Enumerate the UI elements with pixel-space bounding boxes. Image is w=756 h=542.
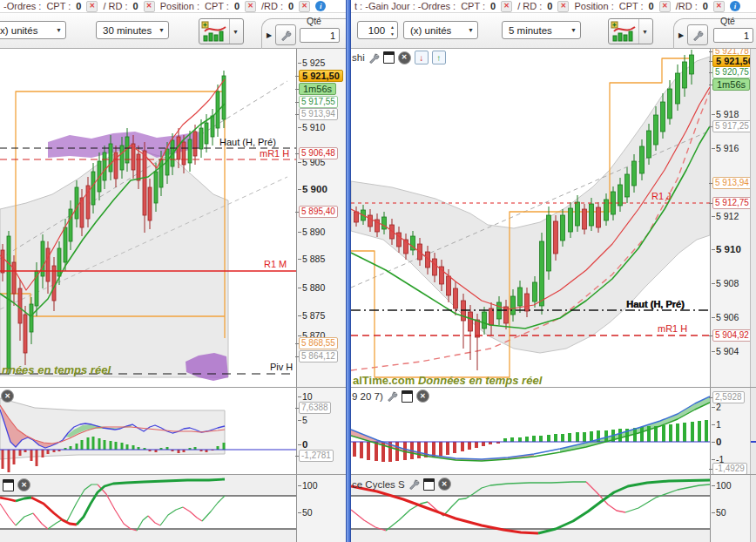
axis-label: 5 910 xyxy=(716,244,741,254)
axis-label: 5 925 xyxy=(302,58,325,68)
indicator-title: 9 20 7) xyxy=(352,391,383,402)
left-cycles-panel[interactable] xyxy=(0,475,296,542)
axis-label: 5 917,55 xyxy=(299,96,338,108)
status-text: 0 xyxy=(288,1,294,11)
axis-label: 5 921,50 xyxy=(299,70,343,82)
spinner-down-icon[interactable]: ▼ xyxy=(390,31,395,37)
axis-label: 5 918 xyxy=(716,109,739,119)
collapse-handle-icon[interactable]: ▶ xyxy=(267,31,272,39)
axis-label: 0 xyxy=(716,437,721,447)
axis-label: 5 913,94 xyxy=(712,177,752,189)
axis-label: 5 904 xyxy=(716,346,739,356)
clear-count-icon[interactable]: ✕ xyxy=(86,1,98,12)
right-scrollbar-gutter[interactable] xyxy=(750,48,756,542)
left-macd-panel[interactable] xyxy=(0,388,296,475)
chart-title: shi xyxy=(352,52,365,63)
axis-label: 50 xyxy=(716,507,726,518)
close-icon[interactable]: ✕ xyxy=(438,478,451,491)
workspace-splitter[interactable] xyxy=(346,0,351,542)
chart-type-button[interactable]: ▼ xyxy=(608,18,653,44)
close-icon[interactable]: ✕ xyxy=(398,51,411,64)
axis-label: -1,4929 xyxy=(712,463,747,475)
axis-label: 5 868,55 xyxy=(299,337,338,349)
clear-count-icon[interactable]: ✕ xyxy=(659,1,671,12)
axis-label: 5 885 xyxy=(302,254,325,264)
axis-label: 1m56s xyxy=(299,83,336,95)
status-text: 0 xyxy=(76,1,81,11)
status-text: Position : xyxy=(574,1,613,11)
clear-count-icon[interactable]: ✕ xyxy=(299,1,310,12)
amount-spinner[interactable]: 100 ▲▼ xyxy=(357,21,398,39)
qty-input-right[interactable] xyxy=(713,28,753,43)
timeframe-select-right[interactable]: 5 minutes ▼ xyxy=(502,21,581,39)
right-price-chart[interactable] xyxy=(351,48,710,388)
units-select-right[interactable]: (x) unités ▼ xyxy=(403,21,478,39)
close-icon[interactable]: ✕ xyxy=(1,390,14,403)
spinner-buttons[interactable]: ▲▼ xyxy=(388,24,397,37)
maximize-icon[interactable] xyxy=(402,390,413,403)
axis-label: 5 920,75 xyxy=(712,66,752,78)
axis-label: 1 xyxy=(716,419,721,430)
panel-separator[interactable] xyxy=(0,387,756,388)
axis-label: 5 913,94 xyxy=(299,108,338,120)
left-price-chart[interactable] xyxy=(0,48,296,388)
status-text: / RD : xyxy=(103,1,127,11)
maximize-icon[interactable] xyxy=(3,479,14,491)
toolbar-right: 100 ▲▼ (x) unités ▼ 5 minutes ▼ xyxy=(351,13,756,49)
status-text: /RD : xyxy=(261,1,283,11)
info-icon[interactable]: i xyxy=(730,1,740,11)
status-bar-left: -Ordres :CPT :0✕/ RD :0✕Position :CPT :0… xyxy=(3,0,343,12)
chevron-down-icon: ▼ xyxy=(159,27,165,33)
clear-count-icon[interactable]: ✕ xyxy=(144,1,155,12)
axis-label: 1m56s xyxy=(712,78,750,91)
close-icon[interactable]: ✕ xyxy=(17,478,30,491)
qty-input-left[interactable] xyxy=(300,28,340,43)
units-select-left[interactable]: x) unités ▼ xyxy=(0,21,66,39)
status-text: t : -Gain Jour : -Ordres : xyxy=(354,1,456,11)
indicator-title: ce Cycles S xyxy=(352,479,405,490)
chart-type-button[interactable]: ▼ xyxy=(199,18,244,44)
status-text: 0 xyxy=(703,1,708,11)
spinner-up-icon[interactable]: ▲ xyxy=(390,24,395,30)
price-axis-left[interactable]: 5 9255 921,501m56s5 917,555 913,945 9105… xyxy=(296,48,347,542)
status-text: Position : xyxy=(160,1,199,11)
timeframe-select-left[interactable]: 30 minutes ▼ xyxy=(96,21,169,39)
axis-label: 5 906,48 xyxy=(299,147,338,159)
axis-label: 5 xyxy=(302,415,307,425)
wrench-icon[interactable] xyxy=(408,478,420,490)
maximize-icon[interactable] xyxy=(383,51,395,64)
axis-label: 5 904,92 xyxy=(712,329,752,342)
chart-type-icon xyxy=(609,21,638,42)
wrench-icon[interactable] xyxy=(387,390,398,402)
buy-arrow-icon[interactable]: ↑ xyxy=(432,51,446,64)
axis-label: 5 880 xyxy=(302,282,325,293)
chart-type-icon xyxy=(199,21,229,42)
collapse-handle-icon[interactable]: ▶ xyxy=(678,31,684,39)
wrench-icon xyxy=(692,30,704,41)
sell-arrow-icon[interactable]: ↓ xyxy=(415,51,429,64)
settings-wrench-button[interactable] xyxy=(275,24,296,45)
clear-count-icon[interactable]: ✕ xyxy=(557,1,569,12)
clear-count-icon[interactable]: ✕ xyxy=(245,1,256,12)
clear-count-icon[interactable]: ✕ xyxy=(713,1,725,12)
qty-label: Qté xyxy=(720,16,735,26)
status-text: /RD : xyxy=(676,1,698,11)
axis-label: 5 906 xyxy=(716,312,739,322)
axis-label: 5 912,75 xyxy=(712,197,752,209)
close-icon[interactable]: ✕ xyxy=(416,390,429,403)
timeframe-value: 30 minutes xyxy=(103,25,152,36)
maximize-icon[interactable] xyxy=(423,478,435,491)
clear-count-icon[interactable]: ✕ xyxy=(501,1,512,12)
status-text: 0 xyxy=(234,1,240,11)
axis-label: 7,6388 xyxy=(299,402,331,414)
axis-label: -1,2781 xyxy=(299,450,334,462)
wrench-icon[interactable] xyxy=(368,52,380,64)
info-icon[interactable]: i xyxy=(315,1,326,11)
chevron-down-icon: ▼ xyxy=(56,27,62,33)
settings-wrench-button[interactable] xyxy=(687,24,708,45)
status-text: 0 xyxy=(490,1,496,11)
panel-separator[interactable] xyxy=(0,474,756,475)
status-text: 0 xyxy=(133,1,138,11)
status-text: CPT : xyxy=(205,1,229,11)
axis-label: 5 910 xyxy=(302,122,325,132)
